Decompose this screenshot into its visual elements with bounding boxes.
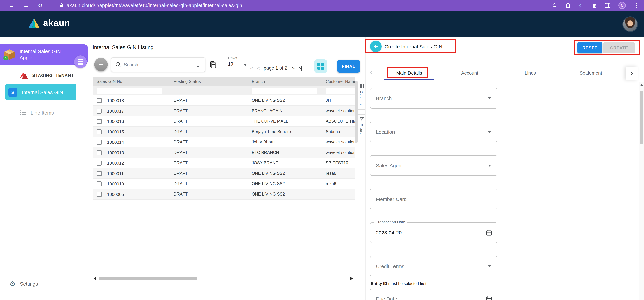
calendar-icon[interactable] bbox=[486, 296, 492, 300]
row-checkbox[interactable] bbox=[96, 98, 102, 103]
table-row[interactable]: 1000013DRAFTBTC BRANCHwavelet solution bbox=[92, 148, 355, 158]
create-button[interactable]: CREATE bbox=[603, 42, 635, 53]
tab-main-details[interactable]: Main Details bbox=[379, 66, 440, 80]
columns-icon bbox=[360, 84, 364, 88]
scroll-right-icon[interactable] bbox=[350, 277, 353, 280]
browser-actions: ☆ N ⋮ bbox=[552, 2, 644, 9]
column-header-sales-gin-no[interactable]: Sales GIN No bbox=[92, 77, 170, 86]
table-row[interactable]: 1000012DRAFTJOSY BRANCHSB-TEST10 bbox=[92, 158, 355, 168]
table-row[interactable]: 1000017DRAFTBRANCHAGAINwavelet solution bbox=[92, 106, 355, 116]
grid-view-button[interactable] bbox=[314, 59, 327, 73]
field-label: Transaction Date bbox=[374, 220, 407, 224]
search-box[interactable] bbox=[111, 57, 205, 72]
table-header: Sales GIN NoPosting StatusBranchCustomer… bbox=[92, 77, 355, 86]
prev-page-button[interactable]: < bbox=[257, 65, 260, 71]
row-checkbox[interactable] bbox=[96, 192, 102, 197]
final-button[interactable]: FINAL bbox=[338, 60, 360, 73]
table-row[interactable]: 1000016DRAFTTHE CURVE MALLABSOLUTE TIME bbox=[92, 116, 355, 127]
tabs-scroll-left-icon[interactable]: ‹ bbox=[370, 69, 372, 75]
add-button[interactable]: + bbox=[94, 58, 108, 71]
row-checkbox[interactable] bbox=[96, 181, 102, 186]
svg-text:⟳: ⟳ bbox=[4, 57, 7, 60]
table-vertical-scrollbar[interactable] bbox=[355, 81, 358, 143]
table-row[interactable]: 1000005DRAFTONE LIVING SS2 bbox=[92, 189, 355, 200]
browser-back-icon[interactable]: ← bbox=[9, 2, 14, 8]
browser-forward-icon[interactable]: → bbox=[23, 2, 29, 8]
filter-customer-name-input[interactable] bbox=[326, 88, 355, 94]
filters-tab[interactable]: Filters bbox=[358, 114, 366, 138]
sidebar-applet-banner[interactable]: ⟳ Internal Sales GIN Applet bbox=[0, 44, 88, 64]
back-button[interactable] bbox=[370, 41, 382, 52]
cell-posting-status: DRAFT bbox=[170, 95, 248, 106]
browser-reload-icon[interactable]: ↻ bbox=[38, 2, 42, 8]
first-page-button[interactable]: |< bbox=[249, 65, 252, 71]
cell-branch: ONE LIVING SS2 bbox=[248, 168, 322, 178]
column-header-customer-name[interactable]: Customer Name bbox=[322, 77, 355, 86]
scroll-left-icon[interactable] bbox=[94, 277, 96, 280]
row-checkbox[interactable] bbox=[96, 129, 102, 134]
field-member-card[interactable]: Member Card bbox=[370, 189, 497, 209]
table-horizontal-scrollbar[interactable] bbox=[92, 276, 355, 282]
columns-tab[interactable]: Columns bbox=[358, 81, 366, 110]
field-sales-agent[interactable]: Sales Agent bbox=[370, 155, 497, 176]
table-row[interactable]: 1000015DRAFTBerjaya Time SquereSabrina bbox=[92, 127, 355, 137]
sidebar-collapse-icon[interactable] bbox=[74, 55, 87, 68]
cell-posting-status: DRAFT bbox=[170, 137, 248, 147]
field-credit-terms[interactable]: Credit Terms bbox=[370, 256, 497, 277]
calendar-icon[interactable] bbox=[486, 229, 492, 236]
row-checkbox[interactable] bbox=[96, 108, 102, 113]
row-checkbox[interactable] bbox=[96, 160, 102, 165]
sidebar-item-internal-sales-gin[interactable]: S Internal Sales GIN bbox=[5, 84, 76, 100]
tab-settlement[interactable]: Settlement bbox=[560, 66, 621, 80]
tab-lines[interactable]: Lines bbox=[500, 66, 560, 80]
filter-list-icon[interactable] bbox=[196, 63, 201, 67]
zoom-icon[interactable] bbox=[552, 3, 558, 8]
column-header-posting-status[interactable]: Posting Status bbox=[170, 77, 248, 86]
row-checkbox[interactable] bbox=[96, 119, 102, 124]
scrollbar-thumb[interactable] bbox=[98, 277, 197, 280]
tab-account[interactable]: Account bbox=[440, 66, 500, 80]
filter-branch-input[interactable] bbox=[252, 88, 317, 94]
scroll-up-icon[interactable] bbox=[640, 84, 643, 86]
field-label: Sales Agent bbox=[376, 162, 403, 168]
logo-text: akaun bbox=[43, 18, 70, 28]
field-location[interactable]: Location bbox=[370, 122, 497, 142]
panel-scrollbar[interactable] bbox=[638, 82, 644, 300]
row-checkbox[interactable] bbox=[96, 150, 102, 155]
sidebar-item-settings[interactable]: ⚙ Settings bbox=[10, 279, 38, 288]
table-row[interactable]: 1000018DRAFTONE LIVING SS2JH bbox=[92, 95, 355, 106]
url-text[interactable]: akaun.cloud/#/applet/tnt/wavelet/erp/int… bbox=[67, 3, 242, 8]
bookmark-star-icon[interactable]: ☆ bbox=[578, 2, 584, 8]
row-checkbox[interactable] bbox=[96, 140, 102, 145]
field-due-date[interactable]: Due Date bbox=[370, 289, 497, 300]
search-input[interactable] bbox=[124, 62, 193, 67]
row-checkbox[interactable] bbox=[96, 171, 102, 176]
table-row[interactable]: 1000014DRAFTJohor Bharuwavelet solution bbox=[92, 137, 355, 148]
sidebar-item-tenant[interactable]: STAGING_TENANT bbox=[19, 70, 74, 80]
browser-menu-icon[interactable]: ⋮ bbox=[634, 2, 640, 9]
browser-profile-avatar[interactable]: N bbox=[618, 2, 626, 9]
share-icon[interactable] bbox=[566, 3, 570, 8]
table-row[interactable]: 1000010DRAFTONE LIVING SS2reza6 bbox=[92, 179, 355, 189]
scrollbar-thumb[interactable] bbox=[640, 91, 643, 145]
filter-sales-gin-no-input[interactable] bbox=[96, 88, 162, 94]
table-row[interactable]: 1000011DRAFTONE LIVING SS2reza6 bbox=[92, 168, 355, 179]
column-header-branch[interactable]: Branch bbox=[248, 77, 322, 86]
akaun-logo[interactable]: akaun bbox=[28, 18, 70, 28]
cell-sales-gin-no: 1000012 bbox=[107, 160, 124, 165]
extensions-puzzle-icon[interactable] bbox=[592, 3, 597, 8]
address-bar[interactable]: akaun.cloud/#/applet/tnt/wavelet/erp/int… bbox=[60, 3, 242, 8]
sidebar-item-line-items[interactable]: Line Items bbox=[20, 108, 54, 117]
last-page-button[interactable]: >| bbox=[298, 65, 302, 71]
copy-icon[interactable] bbox=[208, 60, 217, 69]
tabs-scroll-right-icon[interactable]: › bbox=[626, 67, 638, 80]
cell-branch: ONE LIVING SS2 bbox=[248, 95, 322, 106]
reset-button[interactable]: RESET bbox=[578, 42, 602, 53]
rows-per-page-select[interactable]: Rows 10 bbox=[228, 56, 247, 68]
field-branch[interactable]: Branch bbox=[370, 88, 497, 109]
next-page-button[interactable]: > bbox=[292, 65, 294, 71]
user-avatar[interactable] bbox=[623, 17, 637, 31]
cell-branch: BRANCHAGAIN bbox=[248, 106, 322, 116]
field-transaction-date[interactable]: Transaction Date2023-04-20 bbox=[370, 222, 497, 243]
side-panel-icon[interactable] bbox=[605, 3, 610, 8]
